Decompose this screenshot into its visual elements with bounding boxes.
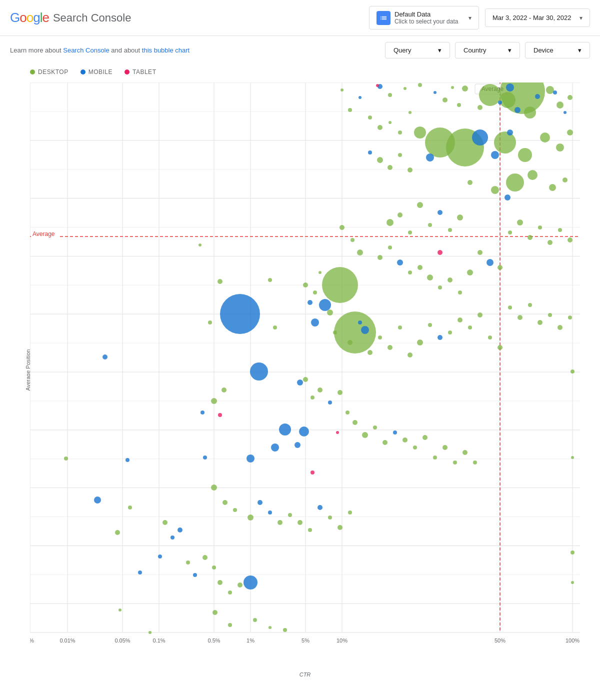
bubble[interactable] bbox=[514, 107, 520, 113]
bubble[interactable] bbox=[414, 126, 426, 138]
bubble[interactable] bbox=[478, 250, 482, 255]
bubble[interactable] bbox=[211, 398, 217, 404]
bubble[interactable] bbox=[498, 345, 502, 350]
bubble[interactable] bbox=[528, 303, 532, 307]
device-filter[interactable]: Device ▾ bbox=[525, 42, 590, 58]
bubble[interactable] bbox=[398, 130, 402, 134]
bubble[interactable] bbox=[567, 130, 573, 136]
bubble[interactable] bbox=[126, 458, 130, 462]
bubble[interactable] bbox=[448, 330, 452, 334]
bubble[interactable] bbox=[425, 128, 455, 158]
bubble[interactable] bbox=[368, 350, 372, 355]
bubble[interactable] bbox=[128, 506, 132, 510]
bubble[interactable] bbox=[328, 400, 332, 404]
bubble[interactable] bbox=[438, 250, 442, 255]
bubble[interactable] bbox=[218, 413, 222, 417]
bubble[interactable] bbox=[393, 430, 397, 434]
bubble[interactable] bbox=[548, 240, 552, 245]
bubble[interactable] bbox=[378, 336, 382, 340]
bubble[interactable] bbox=[488, 336, 492, 340]
bubble[interactable] bbox=[388, 345, 392, 350]
bubble[interactable] bbox=[115, 530, 120, 535]
bubble[interactable] bbox=[438, 335, 442, 340]
bubble[interactable] bbox=[408, 230, 412, 234]
bubble[interactable] bbox=[377, 157, 383, 163]
bubble[interactable] bbox=[427, 274, 433, 280]
bubble[interactable] bbox=[298, 520, 302, 525]
bubble[interactable] bbox=[310, 470, 314, 474]
bubble[interactable] bbox=[408, 168, 412, 172]
bubble[interactable] bbox=[564, 111, 566, 114]
bubble[interactable] bbox=[348, 340, 352, 345]
bubble[interactable] bbox=[408, 270, 412, 274]
bubble[interactable] bbox=[334, 312, 376, 354]
bubble[interactable] bbox=[442, 98, 448, 102]
bubble[interactable] bbox=[388, 121, 392, 124]
bubble[interactable] bbox=[203, 456, 207, 460]
bubble[interactable] bbox=[200, 410, 204, 414]
bubble[interactable] bbox=[397, 260, 403, 266]
bubble[interactable] bbox=[378, 125, 382, 130]
bubble[interactable] bbox=[556, 144, 564, 152]
bubble[interactable] bbox=[438, 286, 442, 290]
bubble[interactable] bbox=[333, 330, 337, 334]
bubble[interactable] bbox=[102, 354, 108, 360]
bubble[interactable] bbox=[418, 83, 422, 87]
bubble[interactable] bbox=[233, 508, 237, 512]
bubble[interactable] bbox=[442, 445, 448, 450]
bubble[interactable] bbox=[426, 154, 434, 162]
bubble[interactable] bbox=[373, 426, 377, 430]
bubble[interactable] bbox=[506, 174, 524, 192]
bubble[interactable] bbox=[278, 520, 282, 525]
bubble[interactable] bbox=[468, 326, 472, 330]
bubble[interactable] bbox=[310, 396, 314, 400]
bubble[interactable] bbox=[94, 496, 101, 504]
bubble[interactable] bbox=[358, 96, 362, 99]
bubble[interactable] bbox=[228, 623, 232, 627]
bubble[interactable] bbox=[268, 626, 272, 629]
bubble[interactable] bbox=[202, 555, 208, 560]
bubble[interactable] bbox=[268, 278, 272, 282]
bubble[interactable] bbox=[472, 130, 488, 146]
bubble[interactable] bbox=[538, 320, 542, 325]
bubble[interactable] bbox=[138, 570, 142, 574]
bubble[interactable] bbox=[558, 325, 562, 330]
bubble[interactable] bbox=[418, 265, 422, 270]
bubble[interactable] bbox=[491, 186, 499, 194]
bubble[interactable] bbox=[348, 510, 352, 514]
bubble[interactable] bbox=[186, 560, 190, 564]
bubble[interactable] bbox=[338, 390, 342, 395]
bubble[interactable] bbox=[458, 318, 462, 322]
bubble[interactable] bbox=[417, 202, 423, 208]
bubble[interactable] bbox=[162, 520, 168, 525]
bubble[interactable] bbox=[571, 456, 574, 459]
bubble[interactable] bbox=[273, 326, 277, 330]
bubble[interactable] bbox=[448, 228, 452, 232]
bubble[interactable] bbox=[451, 86, 454, 89]
bubble[interactable] bbox=[568, 316, 572, 320]
bubble[interactable] bbox=[458, 290, 462, 294]
bubble[interactable] bbox=[222, 388, 226, 392]
bubble[interactable] bbox=[428, 323, 432, 327]
bubble[interactable] bbox=[170, 536, 174, 540]
bubble[interactable] bbox=[318, 388, 322, 392]
bubble[interactable] bbox=[422, 435, 428, 440]
data-selector[interactable]: Default Data Click to select your data ▾ bbox=[369, 6, 479, 30]
bubble[interactable] bbox=[271, 444, 279, 452]
bubble[interactable] bbox=[428, 223, 432, 227]
bubble[interactable] bbox=[546, 86, 554, 94]
bubble[interactable] bbox=[212, 610, 218, 615]
bubble[interactable] bbox=[319, 299, 331, 311]
bubble[interactable] bbox=[313, 290, 317, 294]
bubble[interactable] bbox=[246, 454, 254, 462]
bubble[interactable] bbox=[486, 259, 494, 266]
bubble[interactable] bbox=[388, 93, 392, 97]
bubble[interactable] bbox=[388, 165, 392, 170]
bubble[interactable] bbox=[398, 212, 402, 218]
bubble[interactable] bbox=[268, 510, 272, 514]
bubble[interactable] bbox=[491, 151, 499, 159]
bubble[interactable] bbox=[568, 238, 572, 242]
bubble[interactable] bbox=[178, 528, 182, 532]
bubble[interactable] bbox=[340, 225, 344, 230]
bubble[interactable] bbox=[376, 84, 379, 87]
